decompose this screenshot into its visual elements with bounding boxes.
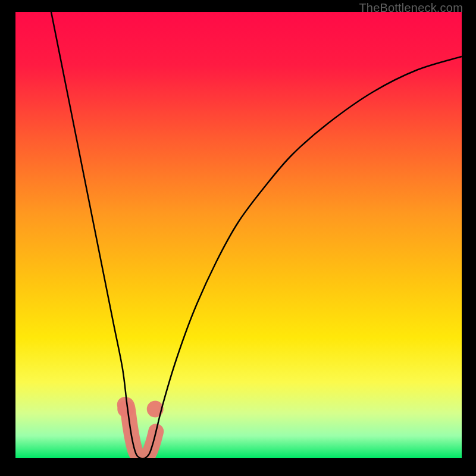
chart-frame: TheBottleneck.com (0, 0, 476, 476)
chart-svg (15, 12, 462, 458)
gradient-background (15, 12, 462, 458)
optimal-zone-lobe (117, 401, 134, 418)
plot-area (15, 12, 462, 458)
